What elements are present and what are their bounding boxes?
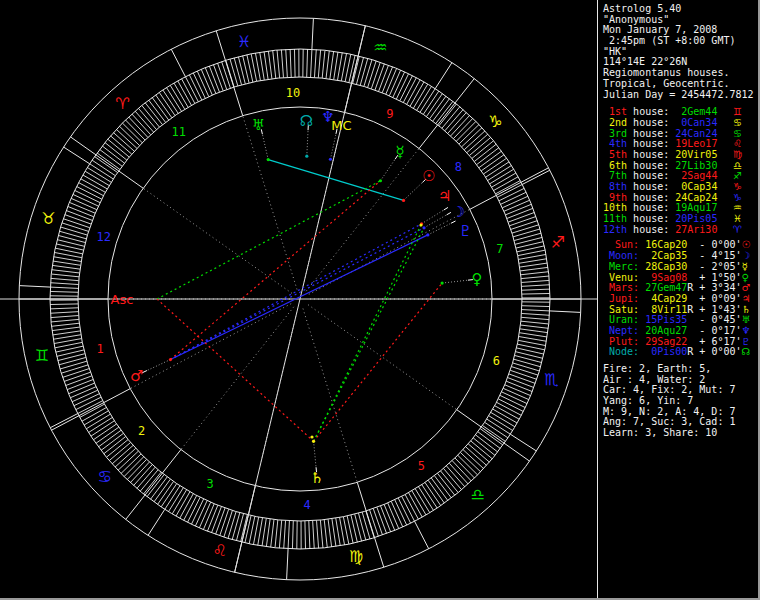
house-row-text: 12th house: 27Ari30	[603, 225, 717, 236]
house-number-label: 2nd	[603, 117, 627, 128]
house-number-label: 7th	[603, 170, 627, 181]
house-cusp-value: 2Sag44	[675, 170, 717, 181]
house-cusp-value: 24Cap24	[675, 192, 717, 203]
planet-glyph-jupiter: ♃	[438, 187, 451, 205]
aspect-point-uranus	[267, 158, 270, 161]
aspect-point-moon	[422, 226, 425, 229]
planet-glyph-icon: ☿	[742, 262, 748, 273]
planet-glyph-sun: ☉	[422, 167, 435, 185]
house-word: house:	[627, 224, 675, 235]
aspect-point-saturn	[312, 440, 315, 443]
house-number-12: 12	[96, 230, 110, 244]
planet-latitude: + 1°50'	[693, 272, 741, 283]
planet-glyphs: ☉☽☿♀♂♃♄♅♆♇☊	[130, 108, 482, 487]
house-number-label: 10th	[603, 202, 627, 213]
planet-position-value: 28Cap30	[645, 261, 687, 272]
header-line: Tropical, Geocentric.	[598, 79, 758, 90]
house-number-label: 11th	[603, 213, 627, 224]
planet-glyph-venus: ♀	[471, 270, 482, 288]
sign-glyph-taurus: ♉	[41, 209, 55, 228]
planet-position-value: 9Sag08	[645, 272, 687, 283]
house-word: house:	[627, 128, 675, 139]
house-number-10: 10	[286, 86, 300, 100]
planet-latitude: - 0°00'	[693, 239, 741, 250]
aspect-point-mars	[169, 358, 172, 361]
planet-name: Nept:	[603, 325, 639, 336]
house-word: house:	[627, 181, 675, 192]
info-sidebar: Astrolog 5.40"Anonymous"Mon January 7, 2…	[597, 0, 758, 600]
planet-name: Merc:	[603, 261, 639, 272]
planet-glyph-moon: ☽	[452, 203, 465, 221]
sign-glyph-virgo: ♍	[349, 547, 363, 566]
sign-glyph-aquarius: ♒	[373, 38, 387, 57]
planet-name: Jupi:	[603, 293, 639, 304]
house-word: house:	[627, 138, 675, 149]
planet-name: Sun:	[603, 239, 639, 250]
planet-glyph-node: ☊	[300, 112, 313, 130]
axis-labels: AscMC	[111, 118, 352, 306]
planet-latitude: - 4°15'	[693, 250, 741, 261]
house-word: house:	[627, 117, 675, 128]
sign-glyph-sagittarius: ♐	[551, 233, 565, 252]
planet-name: Plut:	[603, 336, 639, 347]
axis-lines	[0, 26, 597, 573]
header-line: Julian Day = 2454472.7812	[598, 90, 758, 101]
sign-glyph-capricorn: ♑	[488, 112, 502, 131]
house-cusp-value: 27Ari30	[675, 224, 717, 235]
sign-glyph-icon: ♋	[733, 118, 742, 129]
planet-position-list: Sun: 16Cap20 - 0°00'☉ Moon: 2Cap35 - 4°1…	[598, 240, 758, 358]
house-number-label: 4th	[603, 138, 627, 149]
house-cusp-list: 1st house: 2Gem44♊ 2nd house: 0Can34♋ 3r…	[598, 107, 758, 235]
planet-name: Node:	[603, 346, 639, 357]
planet-latitude: - 0°17'	[693, 325, 741, 336]
house-row: 12th house: 27Ari30♈	[598, 225, 758, 236]
house-cusp-value: 19Aqu17	[675, 202, 717, 213]
house-number-3: 3	[206, 477, 213, 491]
house-cusp-value: 0Can34	[675, 117, 717, 128]
house-number-7: 7	[496, 242, 503, 256]
house-word: house:	[627, 170, 675, 181]
house-word: house:	[627, 160, 675, 171]
sign-glyph-scorpio: ♏	[544, 370, 558, 389]
planet-name: Venu:	[603, 272, 639, 283]
aspect-point-mercury	[379, 179, 382, 182]
house-number-5: 5	[418, 459, 425, 473]
planet-latitude: + 0°00'	[693, 346, 741, 357]
planet-glyph-uranus: ♅	[252, 116, 265, 134]
house-number-2: 2	[138, 424, 145, 438]
aspect-point-neptune	[329, 158, 332, 161]
planet-name: Mars:	[603, 282, 639, 293]
sign-glyph-libra: ♎	[470, 485, 484, 504]
planet-glyph-saturn: ♄	[310, 469, 323, 487]
planet-name: Moon:	[603, 250, 639, 261]
house-word: house:	[627, 202, 675, 213]
conjunction-dot	[419, 223, 422, 226]
planet-latitude: - 2°05'	[693, 261, 741, 272]
planet-position-value: 8Vir11	[645, 304, 687, 315]
house-cusp-value: 24Can24	[675, 128, 717, 139]
house-cusp-value: 27Lib30	[675, 160, 717, 171]
planet-latitude: + 1°43'	[693, 304, 741, 315]
planet-latitude: + 3°34'	[693, 282, 741, 293]
house-number-11: 11	[172, 125, 186, 139]
planet-position-value: 16Cap20	[645, 239, 687, 250]
house-cusp-value: 20Pis05	[675, 213, 717, 224]
axis-label-asc: Asc	[111, 292, 134, 307]
house-word: house:	[627, 213, 675, 224]
house-number-label: 12th	[603, 224, 627, 235]
house-number-label: 9th	[603, 192, 627, 203]
chart-wheel: ☉☽☿♀♂♃♄♅♆♇☊AscMC123456789101112♈♉♊♋♌♍♎♏♐…	[0, 0, 597, 600]
sign-glyph-gemini: ♊	[35, 346, 49, 365]
planet-latitude: + 6°17'	[693, 336, 741, 347]
house-word: house:	[627, 106, 675, 117]
house-number-label: 3rd	[603, 128, 627, 139]
astrolog-window: ☉☽☿♀♂♃♄♅♆♇☊AscMC123456789101112♈♉♊♋♌♍♎♏♐…	[0, 0, 760, 600]
planet-row: Node: 0Pis00R + 0°00'☊	[598, 347, 758, 358]
house-cusp-value: 20Vir05	[675, 149, 717, 160]
house-number-label: 1st	[603, 106, 627, 117]
house-number-8: 8	[455, 160, 462, 174]
planet-name: Uran:	[603, 314, 639, 325]
element-statistics: Fire: 2, Earth: 5,Air : 4, Water: 2Car: …	[598, 364, 758, 439]
planet-glyph-mercury: ☿	[396, 143, 405, 161]
house-number-label: 6th	[603, 160, 627, 171]
